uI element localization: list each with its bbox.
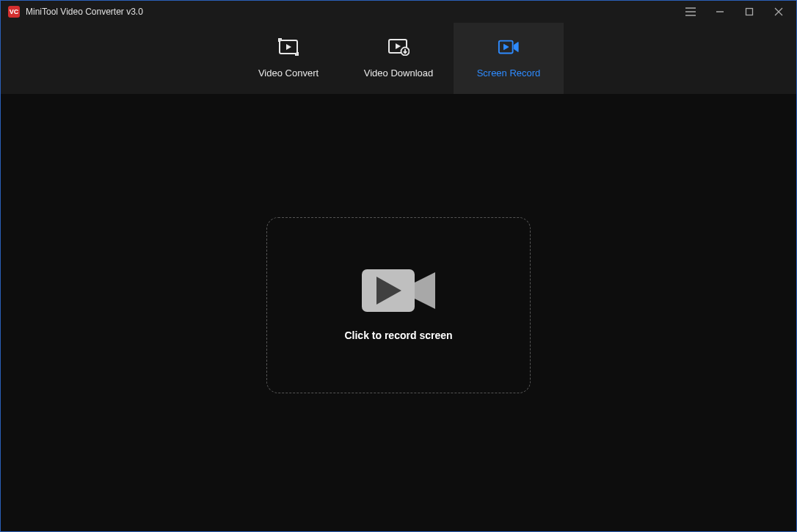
svg-marker-8 <box>286 44 291 50</box>
titlebar: VC MiniTool Video Converter v3.0 <box>1 1 796 23</box>
svg-marker-16 <box>503 44 509 50</box>
video-convert-icon <box>277 38 299 56</box>
minimize-icon <box>716 7 724 16</box>
svg-rect-4 <box>746 9 753 15</box>
maximize-icon <box>745 7 754 16</box>
tabbar: Video Convert Video Download Screen Reco… <box>1 23 796 94</box>
title-left: VC MiniTool Video Converter v3.0 <box>8 6 143 18</box>
tab-label: Video Convert <box>258 68 319 79</box>
camera-icon <box>362 269 435 312</box>
tab-label: Screen Record <box>477 68 541 79</box>
record-dropzone[interactable]: Click to record screen <box>266 217 531 393</box>
record-prompt-text: Click to record screen <box>344 329 452 341</box>
close-button[interactable] <box>764 1 793 22</box>
close-icon <box>774 7 783 16</box>
minimize-button[interactable] <box>705 1 735 22</box>
content-area: Click to record screen <box>1 94 796 531</box>
app-logo-icon: VC <box>8 6 20 18</box>
app-title: MiniTool Video Converter v3.0 <box>26 7 143 17</box>
window-controls <box>676 1 793 22</box>
tab-video-convert[interactable]: Video Convert <box>233 23 343 94</box>
hamburger-icon <box>685 7 696 16</box>
tab-screen-record[interactable]: Screen Record <box>454 23 564 94</box>
tab-video-download[interactable]: Video Download <box>343 23 454 94</box>
tab-label: Video Download <box>364 68 433 79</box>
menu-button[interactable] <box>676 1 705 22</box>
svg-marker-12 <box>396 43 401 49</box>
maximize-button[interactable] <box>735 1 764 22</box>
video-download-icon <box>387 38 410 56</box>
screen-record-icon <box>498 38 520 56</box>
